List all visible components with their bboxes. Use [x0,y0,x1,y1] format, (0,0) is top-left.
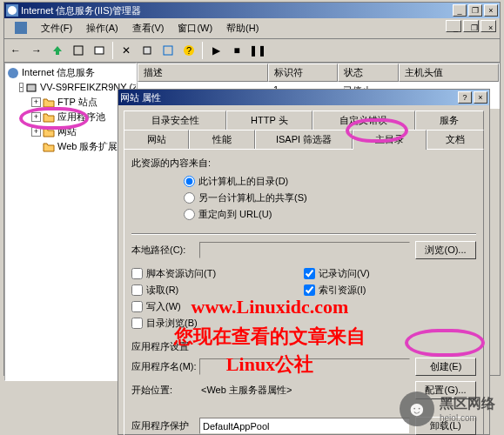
help-button[interactable]: ? [179,41,198,60]
server-icon [25,82,37,94]
watermark-brand: 黑区网络 [440,395,495,413]
chk-read[interactable]: 读取(R) [131,282,304,298]
list-header: 描述 标识符 状态 主机头值 [137,63,500,83]
tree-ftp-label: FTP 站点 [57,96,97,109]
appname-input[interactable] [199,358,410,375]
start-button[interactable]: ▶ [206,41,225,60]
watermark-icon: ☻ [400,392,434,426]
dialog-title: 网站 属性 [120,91,161,104]
menu-file[interactable]: 文件(F) [34,20,79,37]
expand-icon[interactable]: + [31,112,41,122]
dialog-help-button[interactable]: ? [458,91,472,104]
minimize-button[interactable]: _ [453,4,467,17]
stop-button[interactable]: ■ [227,41,246,60]
svg-rect-6 [164,46,172,55]
chk-logvisits[interactable]: 记录访问(V) [304,265,476,282]
tree-websites-label: 网站 [57,125,77,138]
tree-server[interactable]: - VV-S9RFEIKZR9NY (本地) [7,80,134,95]
svg-rect-3 [74,46,83,55]
up-button[interactable] [48,41,67,60]
startpoint-label: 开始位置: [131,384,199,397]
back-button[interactable]: ← [6,41,25,60]
mdi-minimize-button[interactable]: _ [446,20,461,32]
svg-point-1 [8,6,17,15]
appsettings-label: 应用程序设置 [131,335,476,355]
menu-view[interactable]: 查看(V) [125,20,171,37]
tree-root[interactable]: Internet 信息服务 [7,65,134,80]
col-host[interactable]: 主机头值 [399,64,499,82]
tab-website[interactable]: 网站 [124,130,189,149]
radio-share[interactable]: 另一台计算机上的共享(S) [184,190,476,206]
tree-webext[interactable]: Web 服务扩展 [7,139,134,154]
menubar-icon [8,20,34,37]
chk-dirbrowse[interactable]: 目录浏览(B) [131,315,304,331]
tree-apppool-label: 应用程序池 [57,110,105,124]
properties-dialog: 网站 属性 ? × 目录安全性 HTTP 头 自定义错误 服务 网站 性能 IS… [118,89,490,435]
tree-apppool[interactable]: + 应用程序池 [7,110,134,124]
chk-scriptaccess[interactable]: 脚本资源访问(T) [131,265,304,282]
svg-point-9 [8,68,18,78]
col-status[interactable]: 状态 [338,64,399,82]
tab-service[interactable]: 服务 [415,110,484,130]
localpath-label: 本地路径(C): [131,244,199,257]
tab-dirsec[interactable]: 目录安全性 [124,110,226,130]
watermark-sub: heiol.com [440,413,495,423]
globe-icon [7,67,19,79]
apppool-label: 应用程序保护 [131,419,199,432]
forward-button[interactable]: → [27,41,46,60]
mdi-close-button[interactable]: × [480,20,496,32]
show-button[interactable] [69,41,88,60]
expand-icon[interactable]: + [31,97,41,107]
options-button[interactable] [138,41,157,60]
create-button[interactable]: 创建(E) [415,358,476,376]
svg-rect-5 [144,47,151,54]
close-button[interactable]: × [484,4,498,17]
app-icon [6,4,18,17]
tab-docs[interactable]: 文档 [427,130,484,149]
mdi-restore-button[interactable]: ❐ [463,20,479,32]
startpoint-value: <Web 主服务器属性> [199,382,410,398]
appname-label: 应用程序名(M): [131,360,199,373]
tree-websites[interactable]: + 网站 [7,124,134,139]
refresh-button[interactable] [158,41,178,60]
svg-rect-4 [95,47,104,54]
tree-ftp[interactable]: + FTP 站点 [7,95,134,110]
radio-local[interactable]: 此计算机上的目录(D) [184,173,476,190]
menu-window[interactable]: 窗口(W) [171,20,219,37]
tab-isapi[interactable]: ISAPI 筛选器 [255,130,353,149]
content-source-label: 此资源的内容来自: [131,157,476,170]
watermark-logo: ☻ 黑区网络 heiol.com [400,392,495,426]
menu-action[interactable]: 操作(A) [79,20,125,37]
folder-icon [43,141,55,153]
tab-http[interactable]: HTTP 头 [226,110,312,130]
radio-redirect[interactable]: 重定向到 URL(U) [184,206,476,223]
window-title: Internet 信息服务(IIS)管理器 [21,4,141,17]
menu-help[interactable]: 帮助(H) [219,20,265,37]
maximize-button[interactable]: ❐ [468,4,482,17]
col-id[interactable]: 标识符 [268,64,338,82]
svg-rect-10 [27,84,36,91]
browse-button[interactable]: 浏览(O)... [415,241,476,259]
tab-perf[interactable]: 性能 [189,130,254,149]
svg-text:?: ? [186,45,192,56]
chk-write[interactable]: 写入(W) [131,298,304,315]
delete-button[interactable]: ✕ [117,41,136,60]
pause-button[interactable]: ❚❚ [248,41,267,60]
folder-icon [43,111,55,124]
expand-icon[interactable]: + [31,127,41,137]
svg-rect-2 [15,22,27,34]
col-desc[interactable]: 描述 [138,64,268,82]
tree-webext-label: Web 服务扩展 [57,140,118,153]
chk-index[interactable]: 索引资源(I) [304,282,476,298]
folder-icon [43,126,55,138]
folder-icon [43,97,55,109]
localpath-input[interactable] [199,242,410,258]
tab-homedir[interactable]: 主目录 [353,130,427,150]
apppool-select[interactable] [199,418,410,434]
collapse-icon[interactable]: - [19,83,24,92]
dialog-close-button[interactable]: × [474,91,487,104]
tab-custerr[interactable]: 自定义错误 [312,110,415,130]
properties-button[interactable] [90,41,109,60]
tree-root-label: Internet 信息服务 [22,66,95,79]
